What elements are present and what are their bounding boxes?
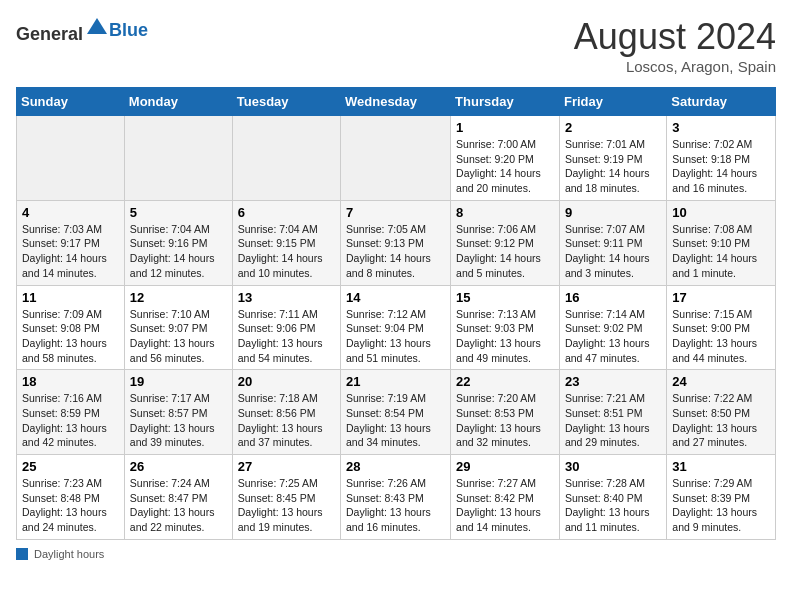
day-number: 28	[346, 459, 445, 474]
calendar-cell: 27Sunrise: 7:25 AM Sunset: 8:45 PM Dayli…	[232, 455, 340, 540]
day-info: Sunrise: 7:25 AM Sunset: 8:45 PM Dayligh…	[238, 476, 335, 535]
logo-general: General	[16, 24, 83, 44]
calendar-cell: 11Sunrise: 7:09 AM Sunset: 9:08 PM Dayli…	[17, 285, 125, 370]
day-info: Sunrise: 7:11 AM Sunset: 9:06 PM Dayligh…	[238, 307, 335, 366]
day-info: Sunrise: 7:03 AM Sunset: 9:17 PM Dayligh…	[22, 222, 119, 281]
day-number: 25	[22, 459, 119, 474]
day-info: Sunrise: 7:09 AM Sunset: 9:08 PM Dayligh…	[22, 307, 119, 366]
day-number: 19	[130, 374, 227, 389]
calendar-cell: 3Sunrise: 7:02 AM Sunset: 9:18 PM Daylig…	[667, 116, 776, 201]
day-info: Sunrise: 7:20 AM Sunset: 8:53 PM Dayligh…	[456, 391, 554, 450]
day-number: 9	[565, 205, 661, 220]
day-number: 6	[238, 205, 335, 220]
calendar-cell: 10Sunrise: 7:08 AM Sunset: 9:10 PM Dayli…	[667, 200, 776, 285]
calendar-cell: 4Sunrise: 7:03 AM Sunset: 9:17 PM Daylig…	[17, 200, 125, 285]
day-number: 14	[346, 290, 445, 305]
calendar-day-header: Sunday	[17, 88, 125, 116]
calendar-cell: 24Sunrise: 7:22 AM Sunset: 8:50 PM Dayli…	[667, 370, 776, 455]
day-info: Sunrise: 7:21 AM Sunset: 8:51 PM Dayligh…	[565, 391, 661, 450]
day-info: Sunrise: 7:14 AM Sunset: 9:02 PM Dayligh…	[565, 307, 661, 366]
footer: Daylight hours	[16, 548, 776, 560]
day-info: Sunrise: 7:13 AM Sunset: 9:03 PM Dayligh…	[456, 307, 554, 366]
calendar-cell: 31Sunrise: 7:29 AM Sunset: 8:39 PM Dayli…	[667, 455, 776, 540]
calendar-cell: 23Sunrise: 7:21 AM Sunset: 8:51 PM Dayli…	[559, 370, 666, 455]
day-info: Sunrise: 7:19 AM Sunset: 8:54 PM Dayligh…	[346, 391, 445, 450]
logo: General Blue	[16, 16, 148, 45]
calendar-week-row: 1Sunrise: 7:00 AM Sunset: 9:20 PM Daylig…	[17, 116, 776, 201]
day-number: 18	[22, 374, 119, 389]
calendar-cell: 14Sunrise: 7:12 AM Sunset: 9:04 PM Dayli…	[341, 285, 451, 370]
day-number: 15	[456, 290, 554, 305]
calendar-cell: 19Sunrise: 7:17 AM Sunset: 8:57 PM Dayli…	[124, 370, 232, 455]
day-number: 2	[565, 120, 661, 135]
calendar-day-header: Friday	[559, 88, 666, 116]
day-number: 10	[672, 205, 770, 220]
day-info: Sunrise: 7:01 AM Sunset: 9:19 PM Dayligh…	[565, 137, 661, 196]
day-number: 8	[456, 205, 554, 220]
calendar-cell: 15Sunrise: 7:13 AM Sunset: 9:03 PM Dayli…	[451, 285, 560, 370]
day-info: Sunrise: 7:26 AM Sunset: 8:43 PM Dayligh…	[346, 476, 445, 535]
day-info: Sunrise: 7:27 AM Sunset: 8:42 PM Dayligh…	[456, 476, 554, 535]
day-info: Sunrise: 7:04 AM Sunset: 9:16 PM Dayligh…	[130, 222, 227, 281]
day-number: 24	[672, 374, 770, 389]
daylight-icon	[16, 548, 28, 560]
calendar-cell: 25Sunrise: 7:23 AM Sunset: 8:48 PM Dayli…	[17, 455, 125, 540]
calendar-week-row: 25Sunrise: 7:23 AM Sunset: 8:48 PM Dayli…	[17, 455, 776, 540]
calendar-day-header: Monday	[124, 88, 232, 116]
day-number: 20	[238, 374, 335, 389]
calendar-day-header: Saturday	[667, 88, 776, 116]
calendar-week-row: 4Sunrise: 7:03 AM Sunset: 9:17 PM Daylig…	[17, 200, 776, 285]
logo-icon	[85, 16, 109, 40]
calendar-day-header: Thursday	[451, 88, 560, 116]
day-info: Sunrise: 7:23 AM Sunset: 8:48 PM Dayligh…	[22, 476, 119, 535]
day-number: 16	[565, 290, 661, 305]
day-info: Sunrise: 7:12 AM Sunset: 9:04 PM Dayligh…	[346, 307, 445, 366]
page-header: General Blue August 2024 Loscos, Aragon,…	[16, 16, 776, 75]
day-info: Sunrise: 7:29 AM Sunset: 8:39 PM Dayligh…	[672, 476, 770, 535]
day-number: 3	[672, 120, 770, 135]
day-info: Sunrise: 7:10 AM Sunset: 9:07 PM Dayligh…	[130, 307, 227, 366]
day-info: Sunrise: 7:28 AM Sunset: 8:40 PM Dayligh…	[565, 476, 661, 535]
day-info: Sunrise: 7:04 AM Sunset: 9:15 PM Dayligh…	[238, 222, 335, 281]
calendar-cell: 29Sunrise: 7:27 AM Sunset: 8:42 PM Dayli…	[451, 455, 560, 540]
svg-marker-0	[87, 18, 107, 34]
calendar-header-row: SundayMondayTuesdayWednesdayThursdayFrid…	[17, 88, 776, 116]
calendar-cell: 21Sunrise: 7:19 AM Sunset: 8:54 PM Dayli…	[341, 370, 451, 455]
calendar-cell: 26Sunrise: 7:24 AM Sunset: 8:47 PM Dayli…	[124, 455, 232, 540]
calendar-cell: 30Sunrise: 7:28 AM Sunset: 8:40 PM Dayli…	[559, 455, 666, 540]
day-number: 31	[672, 459, 770, 474]
calendar-cell: 12Sunrise: 7:10 AM Sunset: 9:07 PM Dayli…	[124, 285, 232, 370]
calendar-cell: 28Sunrise: 7:26 AM Sunset: 8:43 PM Dayli…	[341, 455, 451, 540]
day-info: Sunrise: 7:18 AM Sunset: 8:56 PM Dayligh…	[238, 391, 335, 450]
calendar-cell: 16Sunrise: 7:14 AM Sunset: 9:02 PM Dayli…	[559, 285, 666, 370]
day-number: 5	[130, 205, 227, 220]
day-info: Sunrise: 7:17 AM Sunset: 8:57 PM Dayligh…	[130, 391, 227, 450]
day-info: Sunrise: 7:02 AM Sunset: 9:18 PM Dayligh…	[672, 137, 770, 196]
day-number: 13	[238, 290, 335, 305]
day-number: 26	[130, 459, 227, 474]
calendar-week-row: 18Sunrise: 7:16 AM Sunset: 8:59 PM Dayli…	[17, 370, 776, 455]
day-number: 21	[346, 374, 445, 389]
calendar-cell: 7Sunrise: 7:05 AM Sunset: 9:13 PM Daylig…	[341, 200, 451, 285]
daylight-label: Daylight hours	[34, 548, 104, 560]
day-number: 1	[456, 120, 554, 135]
day-info: Sunrise: 7:00 AM Sunset: 9:20 PM Dayligh…	[456, 137, 554, 196]
title-area: August 2024 Loscos, Aragon, Spain	[574, 16, 776, 75]
calendar-day-header: Wednesday	[341, 88, 451, 116]
calendar-cell: 18Sunrise: 7:16 AM Sunset: 8:59 PM Dayli…	[17, 370, 125, 455]
day-number: 27	[238, 459, 335, 474]
calendar-cell: 2Sunrise: 7:01 AM Sunset: 9:19 PM Daylig…	[559, 116, 666, 201]
day-number: 22	[456, 374, 554, 389]
calendar-body: 1Sunrise: 7:00 AM Sunset: 9:20 PM Daylig…	[17, 116, 776, 540]
day-info: Sunrise: 7:08 AM Sunset: 9:10 PM Dayligh…	[672, 222, 770, 281]
day-number: 7	[346, 205, 445, 220]
day-number: 4	[22, 205, 119, 220]
calendar-cell: 8Sunrise: 7:06 AM Sunset: 9:12 PM Daylig…	[451, 200, 560, 285]
calendar-cell	[17, 116, 125, 201]
calendar-cell: 9Sunrise: 7:07 AM Sunset: 9:11 PM Daylig…	[559, 200, 666, 285]
day-number: 12	[130, 290, 227, 305]
calendar-cell: 20Sunrise: 7:18 AM Sunset: 8:56 PM Dayli…	[232, 370, 340, 455]
calendar-cell: 13Sunrise: 7:11 AM Sunset: 9:06 PM Dayli…	[232, 285, 340, 370]
day-number: 23	[565, 374, 661, 389]
calendar-cell	[341, 116, 451, 201]
